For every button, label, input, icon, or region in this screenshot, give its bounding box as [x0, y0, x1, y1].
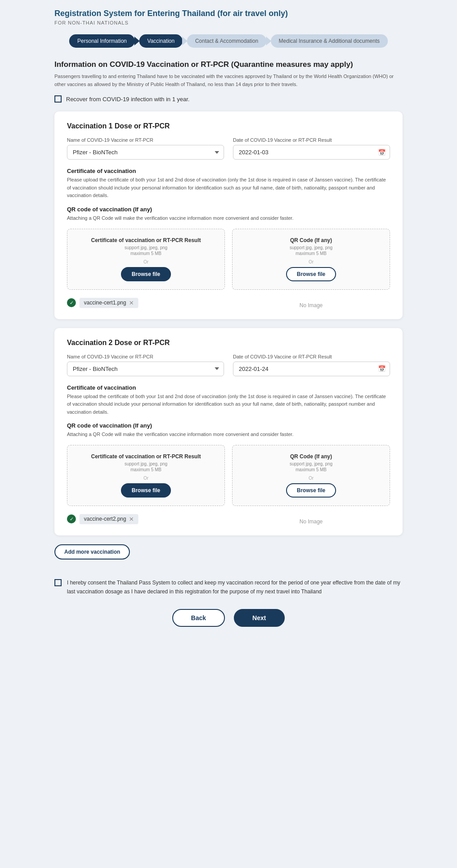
- dose1-cert-file-chip: ✓ vaccine-cert1.png ✕: [67, 298, 225, 308]
- page-wrapper: Registration System for Entering Thailan…: [46, 9, 411, 640]
- section-description: Passengers travelling to and entering Th…: [54, 73, 403, 88]
- recover-checkbox-row: Recover from COVID-19 infection with in …: [54, 95, 403, 103]
- step-label-medical: Medical Insurance & Additional documents: [271, 34, 388, 48]
- dose2-qr-or: Or: [308, 476, 313, 481]
- dose2-qr-box-sub1: support jpg, jpeg, png: [290, 461, 332, 466]
- dose2-date-input[interactable]: [233, 362, 390, 376]
- dose1-cert-title: Certificate of vaccination: [67, 168, 390, 174]
- step-arrow-2: [182, 37, 187, 45]
- dose1-qr-box-sub2: maximum 5 MB: [295, 251, 326, 256]
- back-button[interactable]: Back: [172, 609, 224, 627]
- recover-checkbox[interactable]: [54, 95, 62, 103]
- dose1-cert-box-title: Certificate of vaccination or RT-PCR Res…: [91, 237, 201, 243]
- dose1-cert-file-area: ✓ vaccine-cert1.png ✕: [67, 296, 225, 308]
- dose1-qr-upload-box: QR Code (If any) support jpg, jpeg, png …: [232, 229, 390, 290]
- dose2-cert-remove-button[interactable]: ✕: [129, 516, 134, 522]
- dose1-cert-browse-button[interactable]: Browse file: [121, 267, 171, 281]
- step-label-vaccination: Vaccination: [139, 34, 183, 48]
- dose1-qr-file-area: No Image: [232, 296, 390, 309]
- page-title: Registration System for Entering Thailan…: [54, 9, 403, 18]
- dose1-qr-title: QR code of vaccination (If any): [67, 206, 390, 213]
- dose1-vaccine-group: Name of COVID-19 Vaccine or RT-PCR Pfize…: [67, 137, 224, 160]
- dose2-date-wrapper: 📅: [233, 362, 390, 376]
- dose2-cert-filename: vaccine-cert2.png ✕: [79, 514, 138, 524]
- step-medical[interactable]: Medical Insurance & Additional documents: [271, 34, 388, 48]
- dose1-date-wrapper: 📅: [233, 145, 390, 160]
- dose2-date-label: Date of COVID-19 Vaccine or RT-PCR Resul…: [233, 354, 390, 359]
- step-label-contact: Contact & Accommodation: [187, 34, 266, 48]
- dose1-cert-box-sub2: maximum 5 MB: [130, 251, 161, 256]
- dose2-qr-box-sub2: maximum 5 MB: [295, 467, 326, 472]
- dose2-qr-desc: Attaching a QR Code will make the verifi…: [67, 431, 390, 439]
- dose2-cert-or: Or: [143, 476, 148, 481]
- nav-buttons: Back Next: [54, 609, 403, 640]
- consent-checkbox[interactable]: [54, 579, 62, 586]
- dose2-vaccine-label: Name of COVID-19 Vaccine or RT-PCR: [67, 354, 224, 359]
- dose2-cert-title: Certificate of vaccination: [67, 384, 390, 391]
- dose1-vaccine-label: Name of COVID-19 Vaccine or RT-PCR: [67, 137, 224, 143]
- dose1-qr-desc: Attaching a QR Code will make the verifi…: [67, 214, 390, 222]
- dose1-cert-desc: Please upload the certificate of both yo…: [67, 176, 390, 200]
- dose1-cert-or: Or: [143, 259, 148, 264]
- dose2-cert-box-sub1: support jpg, jpeg, png: [125, 461, 167, 466]
- dose2-cert-file-chip: ✓ vaccine-cert2.png ✕: [67, 514, 225, 524]
- consent-row: I hereby consent the Thailand Pass Syste…: [54, 578, 403, 596]
- dose1-qr-browse-button[interactable]: Browse file: [286, 267, 336, 281]
- dose2-form-row: Name of COVID-19 Vaccine or RT-PCR Pfize…: [67, 354, 390, 376]
- dose1-cert-box-sub1: support jpg, jpeg, png: [125, 245, 167, 250]
- dose2-card-title: Vaccination 2 Dose or RT-PCR: [67, 339, 390, 347]
- dose1-cert-upload-box: Certificate of vaccination or RT-PCR Res…: [67, 229, 225, 290]
- section-heading: Information on COVID-19 Vaccination or R…: [54, 60, 403, 69]
- dose2-date-group: Date of COVID-19 Vaccine or RT-PCR Resul…: [233, 354, 390, 376]
- add-more-vaccination-button[interactable]: Add more vaccination: [54, 544, 130, 559]
- dose2-qr-upload-box: QR Code (If any) support jpg, jpeg, png …: [232, 445, 390, 506]
- dose2-card: Vaccination 2 Dose or RT-PCR Name of COV…: [54, 328, 403, 535]
- add-more-wrapper: Add more vaccination: [54, 544, 403, 569]
- dose2-cert-desc: Please upload the certificate of both yo…: [67, 393, 390, 416]
- steps-container: Personal Information Vaccination Contact…: [54, 34, 403, 48]
- dose1-card-title: Vaccination 1 Dose or RT-PCR: [67, 122, 390, 130]
- dose1-cert-remove-button[interactable]: ✕: [129, 300, 134, 306]
- dose2-vaccine-group: Name of COVID-19 Vaccine or RT-PCR Pfize…: [67, 354, 224, 376]
- dose2-cert-upload-box: Certificate of vaccination or RT-PCR Res…: [67, 445, 225, 506]
- step-arrow-3: [266, 37, 271, 45]
- dose1-cert-filename-text: vaccine-cert1.png: [84, 300, 126, 306]
- dose2-cert-filename-text: vaccine-cert2.png: [84, 516, 126, 522]
- dose1-vaccine-select[interactable]: Pfizer - BioNTech AstraZeneca Moderna: [67, 145, 224, 160]
- next-button[interactable]: Next: [234, 609, 285, 627]
- dose1-qr-box-title: QR Code (If any): [290, 237, 332, 243]
- dose1-form-row: Name of COVID-19 Vaccine or RT-PCR Pfize…: [67, 137, 390, 160]
- step-personal-info[interactable]: Personal Information: [69, 34, 135, 48]
- dose1-date-group: Date of COVID-19 Vaccine or RT-PCR Resul…: [233, 137, 390, 160]
- dose1-date-label: Date of COVID-19 Vaccine or RT-PCR Resul…: [233, 137, 390, 143]
- recover-checkbox-label: Recover from COVID-19 infection with in …: [66, 96, 190, 103]
- dose2-files-row: ✓ vaccine-cert2.png ✕ No Image: [67, 512, 390, 525]
- page-subtitle: FOR NON-THAI NATIONALS: [54, 20, 403, 25]
- consent-text: I hereby consent the Thailand Pass Syste…: [67, 578, 403, 596]
- dose2-cert-browse-button[interactable]: Browse file: [121, 483, 171, 498]
- dose1-qr-box-sub1: support jpg, jpeg, png: [290, 245, 332, 250]
- dose1-cert-filename: vaccine-cert1.png ✕: [79, 298, 138, 308]
- step-arrow-1: [134, 37, 140, 45]
- dose2-vaccine-select[interactable]: Pfizer - BioNTech AstraZeneca Moderna: [67, 362, 224, 376]
- dose1-cert-check-icon: ✓: [67, 298, 76, 307]
- dose1-card: Vaccination 1 Dose or RT-PCR Name of COV…: [54, 111, 403, 319]
- dose2-cert-check-icon: ✓: [67, 514, 76, 523]
- dose2-cert-box-title: Certificate of vaccination or RT-PCR Res…: [91, 453, 201, 460]
- dose2-qr-title: QR code of vaccination (If any): [67, 422, 390, 429]
- dose1-date-input[interactable]: [233, 145, 390, 160]
- dose1-upload-row: Certificate of vaccination or RT-PCR Res…: [67, 229, 390, 290]
- dose1-qr-or: Or: [308, 259, 313, 264]
- dose2-cert-file-area: ✓ vaccine-cert2.png ✕: [67, 512, 225, 524]
- dose2-cert-box-sub2: maximum 5 MB: [130, 467, 161, 472]
- step-contact[interactable]: Contact & Accommodation: [187, 34, 266, 48]
- step-vaccination[interactable]: Vaccination: [139, 34, 183, 48]
- step-label-personal-info: Personal Information: [69, 34, 135, 48]
- dose2-qr-no-image: No Image: [299, 518, 323, 525]
- dose2-qr-box-title: QR Code (If any): [290, 453, 332, 460]
- dose2-upload-row: Certificate of vaccination or RT-PCR Res…: [67, 445, 390, 506]
- dose2-qr-browse-button[interactable]: Browse file: [286, 483, 336, 498]
- dose1-files-row: ✓ vaccine-cert1.png ✕ No Image: [67, 296, 390, 309]
- dose1-qr-no-image: No Image: [299, 302, 323, 309]
- dose2-qr-file-area: No Image: [232, 512, 390, 525]
